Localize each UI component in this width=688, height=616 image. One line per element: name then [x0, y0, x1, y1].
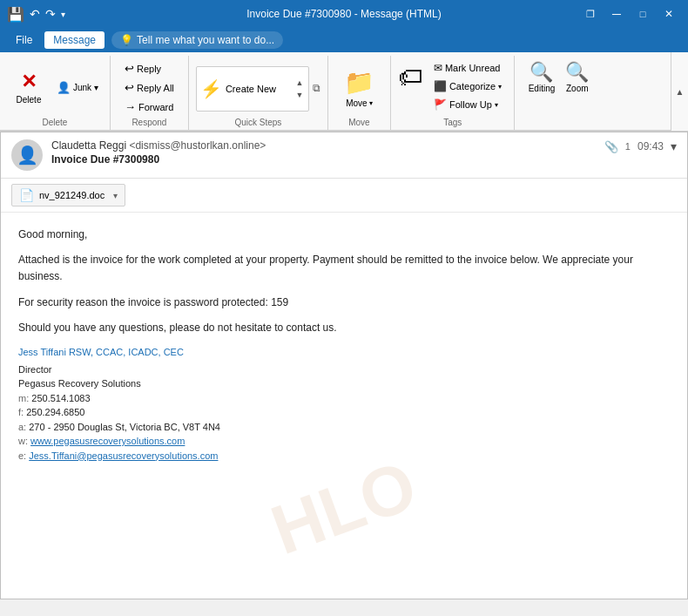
- delete-label: Delete: [17, 95, 42, 105]
- message-header-left: 👤 Claudetta Reggi <dismiss@hustorlkan.on…: [11, 139, 266, 171]
- ribbon-find-group: 🔍 Editing 🔍 Zoom: [515, 56, 602, 130]
- editing-search-icon: 🔍: [529, 61, 553, 84]
- sig-address: a: 270 - 2950 Douglas St, Victoria BC, V…: [18, 420, 670, 435]
- categorize-dropdown: ▾: [498, 83, 502, 91]
- ribbon-delete-group: ✕ Delete 👤 Junk ▾ Delete: [0, 56, 111, 130]
- reply-label: Reply: [137, 64, 161, 74]
- sig-mobile-label: m:: [18, 393, 29, 403]
- follow-up-button[interactable]: 🚩 Follow Up ▾: [429, 96, 508, 113]
- sig-email-link[interactable]: Jess.Tiffani@pegasusrecoverysolutions.co…: [29, 450, 218, 461]
- zoom-icon: 🔍: [565, 61, 589, 84]
- qs-arrow-up[interactable]: ▲: [294, 78, 305, 88]
- message-header: 👤 Claudetta Reggi <dismiss@hustorlkan.on…: [1, 132, 687, 179]
- sig-mobile-value: 250.514.1083: [31, 393, 90, 403]
- sender-avatar: 👤: [11, 139, 43, 171]
- close-button[interactable]: ✕: [657, 5, 681, 23]
- categorize-icon: ⬛: [434, 80, 447, 92]
- delete-button[interactable]: ✕ Delete: [7, 65, 51, 111]
- ribbon-respond-group: ↩ Reply ↩ Reply All → Forward Respond: [111, 56, 189, 130]
- flag-icon: 🚩: [434, 98, 447, 111]
- ribbon-quick-steps-group: ⚡ Create New ▲ ▼ ⧉ Quick Steps: [189, 56, 328, 130]
- message-header-right: 📎 1 09:43 ▾: [604, 139, 677, 153]
- tell-me-text: Tell me what you want to do...: [137, 34, 274, 46]
- lightbulb-icon: 💡: [120, 34, 133, 46]
- sig-fax-label: f:: [18, 407, 24, 417]
- zoom-label: Zoom: [566, 84, 589, 93]
- save-icon[interactable]: 💾: [7, 6, 24, 23]
- reply-all-button[interactable]: ↩ Reply All: [120, 78, 179, 97]
- undo-icon[interactable]: ↶: [30, 7, 40, 21]
- menu-message[interactable]: Message: [44, 31, 105, 49]
- signature-block: Jess Tiffani RSW, CCAC, ICADC, CEC Direc…: [18, 345, 670, 463]
- attachment-count: 1: [625, 141, 631, 152]
- sender-email: <dismiss@hustorlkan.online>: [129, 139, 266, 152]
- sig-addr-label: a:: [18, 422, 26, 432]
- sender-name: Claudetta Reggi: [51, 139, 126, 152]
- lightning-icon: ⚡: [200, 78, 222, 99]
- restore-icon[interactable]: ❐: [578, 5, 603, 23]
- forward-button[interactable]: → Forward: [120, 98, 179, 116]
- editing-label: Editing: [529, 84, 556, 93]
- attachment-dropdown-arrow[interactable]: ▾: [113, 191, 118, 200]
- sig-mobile: m: 250.514.1083: [18, 391, 670, 406]
- email-body: HLO Good morning, Attached is the invoic…: [1, 213, 687, 599]
- title-bar: 💾 ↶ ↷ ▾ Invoice Due #7300980 - Message (…: [0, 0, 688, 28]
- move-dropdown-arrow: ▾: [369, 99, 373, 107]
- reply-button[interactable]: ↩ Reply: [120, 59, 179, 78]
- sig-company: Pegasus Recovery Solutions: [18, 376, 670, 391]
- message-area: 👤 Claudetta Reggi <dismiss@hustorlkan.on…: [0, 132, 688, 599]
- junk-button[interactable]: 👤 Junk ▾: [52, 78, 103, 97]
- sig-email-label: e:: [18, 450, 26, 461]
- junk-label: Junk ▾: [73, 83, 98, 92]
- move-label: Move: [346, 98, 367, 108]
- window-title: Invoice Due #7300980 - Message (HTML): [246, 8, 441, 20]
- follow-up-dropdown: ▾: [495, 101, 498, 109]
- sender-from: Claudetta Reggi <dismiss@hustorlkan.onli…: [51, 139, 266, 152]
- forward-label: Forward: [138, 102, 173, 112]
- email-subject: Invoice Due #7300980: [51, 153, 266, 166]
- zoom-button[interactable]: 🔍 Zoom: [562, 59, 592, 95]
- attachment-item[interactable]: 📄 nv_921249.doc ▾: [11, 184, 125, 206]
- body-greeting: Good morning,: [18, 227, 670, 243]
- menu-bar: File Message 💡 Tell me what you want to …: [0, 28, 688, 52]
- editing-button[interactable]: 🔍 Editing: [525, 59, 559, 95]
- folder-icon: 📁: [344, 68, 374, 97]
- follow-up-label: Follow Up: [449, 99, 492, 110]
- quick-steps-box[interactable]: ⚡ Create New ▲ ▼: [196, 66, 309, 112]
- body-paragraph-1: Attached is the invoice for the work com…: [18, 252, 670, 285]
- junk-icon: 👤: [57, 81, 71, 94]
- tags-large-icon: 🏷: [398, 63, 422, 91]
- ribbon-tags-group: 🏷 ✉ Mark Unread ⬛ Categorize ▾ 🚩: [391, 56, 516, 130]
- ribbon-collapse-arrow[interactable]: ▲: [671, 52, 688, 131]
- move-group-label: Move: [348, 116, 369, 130]
- forward-icon: →: [125, 100, 136, 113]
- maximize-button[interactable]: □: [631, 5, 655, 23]
- create-new-label: Create New: [226, 84, 276, 94]
- mark-unread-label: Mark Unread: [445, 63, 501, 73]
- reply-all-icon: ↩: [125, 81, 134, 94]
- move-button[interactable]: 📁 Move ▾: [335, 65, 383, 111]
- doc-icon: 📄: [19, 188, 34, 202]
- message-time: 09:43: [637, 140, 664, 152]
- sig-addr-value: 270 - 2950 Douglas St, Victoria BC, V8T …: [29, 422, 220, 432]
- sig-web-link[interactable]: www.pegasusrecoverysolutions.com: [30, 436, 185, 446]
- expand-header-button[interactable]: ▾: [671, 139, 677, 153]
- tags-group-label: Tags: [443, 116, 462, 130]
- expand-quick-steps[interactable]: ⧉: [313, 82, 320, 94]
- minimize-button[interactable]: ─: [604, 5, 629, 23]
- tell-me-box[interactable]: 💡 Tell me what you want to do...: [111, 31, 283, 49]
- redo-icon[interactable]: ↷: [45, 7, 56, 21]
- delete-x-icon: ✕: [21, 71, 37, 93]
- sig-email: e: Jess.Tiffani@pegasusrecoverysolutions…: [18, 449, 670, 464]
- body-paragraph-3: Should you have any questions, please do…: [18, 320, 670, 336]
- categorize-button[interactable]: ⬛ Categorize ▾: [429, 78, 508, 95]
- menu-file[interactable]: File: [7, 31, 41, 49]
- qs-arrow-down[interactable]: ▼: [294, 90, 305, 100]
- mark-unread-button[interactable]: ✉ Mark Unread: [429, 59, 508, 77]
- ribbon: ✕ Delete 👤 Junk ▾ Delete ↩ Reply: [0, 52, 688, 132]
- window-controls: ❐ ─ □ ✕: [578, 5, 681, 23]
- dropdown-icon[interactable]: ▾: [61, 10, 65, 19]
- quick-steps-arrows: ▲ ▼: [294, 78, 305, 100]
- sender-info: Claudetta Reggi <dismiss@hustorlkan.onli…: [51, 139, 266, 166]
- quick-steps-label: Quick Steps: [234, 116, 281, 130]
